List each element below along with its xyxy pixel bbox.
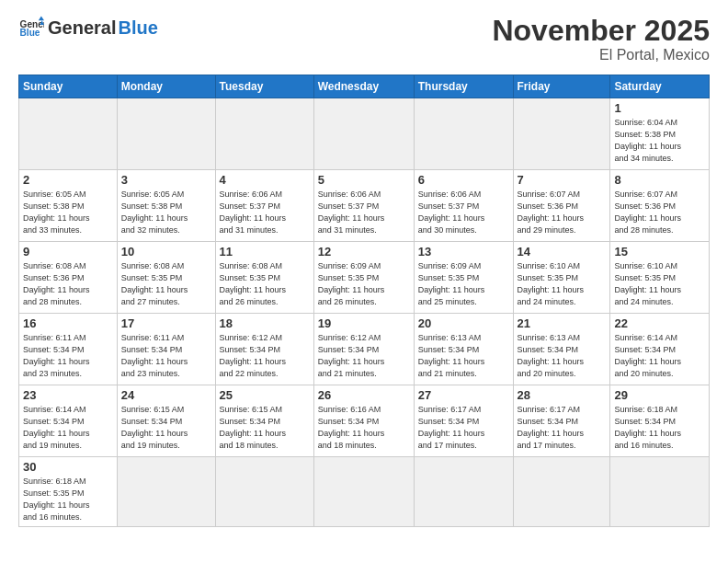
calendar-cell: 1Sunrise: 6:04 AM Sunset: 5:38 PM Daylig… — [610, 98, 710, 170]
calendar-cell: 2Sunrise: 6:05 AM Sunset: 5:38 PM Daylig… — [19, 170, 118, 242]
day-info: Sunrise: 6:09 AM Sunset: 5:35 PM Dayligh… — [318, 260, 410, 308]
day-info: Sunrise: 6:11 AM Sunset: 5:34 PM Dayligh… — [23, 332, 113, 380]
day-number: 11 — [220, 245, 310, 259]
calendar-cell: 24Sunrise: 6:15 AM Sunset: 5:34 PM Dayli… — [117, 385, 215, 457]
day-info: Sunrise: 6:17 AM Sunset: 5:34 PM Dayligh… — [518, 404, 607, 452]
day-number: 6 — [418, 173, 509, 187]
calendar-page: General Blue General Blue November 2025 … — [0, 0, 728, 563]
day-number: 4 — [220, 173, 310, 187]
day-number: 16 — [23, 316, 113, 330]
day-number: 14 — [518, 245, 607, 259]
calendar-cell: 23Sunrise: 6:14 AM Sunset: 5:34 PM Dayli… — [19, 385, 118, 457]
day-number: 17 — [121, 316, 211, 330]
calendar-cell — [313, 98, 414, 170]
calendar-cell: 8Sunrise: 6:07 AM Sunset: 5:36 PM Daylig… — [610, 170, 710, 242]
title-block: November 2025 El Portal, Mexico — [492, 15, 710, 63]
logo-icon: General Blue — [18, 15, 44, 40]
day-number: 5 — [318, 173, 410, 187]
day-info: Sunrise: 6:15 AM Sunset: 5:34 PM Dayligh… — [220, 404, 310, 452]
header: General Blue General Blue November 2025 … — [18, 15, 710, 63]
calendar-cell: 22Sunrise: 6:14 AM Sunset: 5:34 PM Dayli… — [610, 314, 710, 385]
calendar-cell — [513, 457, 610, 527]
day-info: Sunrise: 6:11 AM Sunset: 5:34 PM Dayligh… — [121, 332, 211, 380]
day-number: 22 — [614, 316, 705, 330]
day-info: Sunrise: 6:10 AM Sunset: 5:35 PM Dayligh… — [614, 260, 705, 308]
header-wednesday: Wednesday — [313, 75, 414, 98]
day-number: 2 — [23, 173, 113, 187]
day-number: 7 — [518, 173, 607, 187]
day-info: Sunrise: 6:05 AM Sunset: 5:38 PM Dayligh… — [121, 189, 211, 236]
day-number: 8 — [614, 173, 705, 187]
calendar-cell: 7Sunrise: 6:07 AM Sunset: 5:36 PM Daylig… — [513, 170, 610, 242]
day-info: Sunrise: 6:05 AM Sunset: 5:38 PM Dayligh… — [23, 189, 113, 236]
calendar-cell: 17Sunrise: 6:11 AM Sunset: 5:34 PM Dayli… — [117, 314, 215, 385]
day-info: Sunrise: 6:17 AM Sunset: 5:34 PM Dayligh… — [418, 404, 509, 452]
day-info: Sunrise: 6:18 AM Sunset: 5:35 PM Dayligh… — [23, 476, 113, 523]
day-number: 12 — [318, 245, 410, 259]
calendar-cell — [313, 457, 414, 527]
calendar-cell — [215, 457, 313, 527]
header-sunday: Sunday — [19, 75, 118, 98]
calendar-cell: 10Sunrise: 6:08 AM Sunset: 5:35 PM Dayli… — [117, 242, 215, 314]
day-number: 13 — [418, 245, 509, 259]
header-saturday: Saturday — [610, 75, 710, 98]
calendar-cell — [414, 457, 513, 527]
day-info: Sunrise: 6:04 AM Sunset: 5:38 PM Dayligh… — [614, 117, 705, 165]
calendar-cell: 13Sunrise: 6:09 AM Sunset: 5:35 PM Dayli… — [414, 242, 513, 314]
day-info: Sunrise: 6:13 AM Sunset: 5:34 PM Dayligh… — [418, 332, 509, 380]
calendar-cell — [117, 457, 215, 527]
calendar-cell: 30Sunrise: 6:18 AM Sunset: 5:35 PM Dayli… — [19, 457, 118, 527]
day-number: 30 — [23, 460, 113, 474]
day-number: 19 — [318, 316, 410, 330]
day-number: 10 — [121, 245, 211, 259]
logo-blue: Blue — [118, 17, 157, 39]
calendar-cell — [414, 98, 513, 170]
calendar-cell: 28Sunrise: 6:17 AM Sunset: 5:34 PM Dayli… — [513, 385, 610, 457]
logo: General Blue General Blue — [18, 15, 158, 40]
logo-general: General — [48, 17, 116, 39]
day-info: Sunrise: 6:06 AM Sunset: 5:37 PM Dayligh… — [220, 189, 310, 236]
header-friday: Friday — [513, 75, 610, 98]
calendar-cell: 29Sunrise: 6:18 AM Sunset: 5:34 PM Dayli… — [610, 385, 710, 457]
day-info: Sunrise: 6:07 AM Sunset: 5:36 PM Dayligh… — [614, 189, 705, 236]
day-info: Sunrise: 6:06 AM Sunset: 5:37 PM Dayligh… — [418, 189, 509, 236]
day-number: 1 — [614, 101, 705, 115]
day-info: Sunrise: 6:08 AM Sunset: 5:35 PM Dayligh… — [121, 260, 211, 308]
calendar-cell — [215, 98, 313, 170]
weekday-header-row: Sunday Monday Tuesday Wednesday Thursday… — [19, 75, 710, 98]
calendar-table: Sunday Monday Tuesday Wednesday Thursday… — [18, 75, 710, 527]
day-number: 25 — [220, 388, 310, 402]
day-info: Sunrise: 6:08 AM Sunset: 5:35 PM Dayligh… — [220, 260, 310, 308]
day-number: 23 — [23, 388, 113, 402]
calendar-cell: 25Sunrise: 6:15 AM Sunset: 5:34 PM Dayli… — [215, 385, 313, 457]
header-tuesday: Tuesday — [215, 75, 313, 98]
day-number: 18 — [220, 316, 310, 330]
day-number: 9 — [23, 245, 113, 259]
day-info: Sunrise: 6:18 AM Sunset: 5:34 PM Dayligh… — [614, 404, 705, 452]
day-info: Sunrise: 6:10 AM Sunset: 5:35 PM Dayligh… — [518, 260, 607, 308]
day-info: Sunrise: 6:08 AM Sunset: 5:36 PM Dayligh… — [23, 260, 113, 308]
day-info: Sunrise: 6:14 AM Sunset: 5:34 PM Dayligh… — [614, 332, 705, 380]
calendar-cell — [117, 98, 215, 170]
day-info: Sunrise: 6:13 AM Sunset: 5:34 PM Dayligh… — [518, 332, 607, 380]
calendar-cell: 11Sunrise: 6:08 AM Sunset: 5:35 PM Dayli… — [215, 242, 313, 314]
day-info: Sunrise: 6:12 AM Sunset: 5:34 PM Dayligh… — [318, 332, 410, 380]
day-info: Sunrise: 6:16 AM Sunset: 5:34 PM Dayligh… — [318, 404, 410, 452]
svg-text:Blue: Blue — [20, 28, 40, 38]
location-title: El Portal, Mexico — [492, 47, 710, 63]
day-number: 15 — [614, 245, 705, 259]
header-monday: Monday — [117, 75, 215, 98]
calendar-cell: 20Sunrise: 6:13 AM Sunset: 5:34 PM Dayli… — [414, 314, 513, 385]
calendar-cell: 16Sunrise: 6:11 AM Sunset: 5:34 PM Dayli… — [19, 314, 118, 385]
day-info: Sunrise: 6:14 AM Sunset: 5:34 PM Dayligh… — [23, 404, 113, 452]
day-info: Sunrise: 6:06 AM Sunset: 5:37 PM Dayligh… — [318, 189, 410, 236]
calendar-cell — [513, 98, 610, 170]
day-info: Sunrise: 6:09 AM Sunset: 5:35 PM Dayligh… — [418, 260, 509, 308]
day-info: Sunrise: 6:12 AM Sunset: 5:34 PM Dayligh… — [220, 332, 310, 380]
calendar-cell: 5Sunrise: 6:06 AM Sunset: 5:37 PM Daylig… — [313, 170, 414, 242]
day-number: 21 — [518, 316, 607, 330]
day-number: 29 — [614, 388, 705, 402]
calendar-cell: 19Sunrise: 6:12 AM Sunset: 5:34 PM Dayli… — [313, 314, 414, 385]
calendar-cell: 9Sunrise: 6:08 AM Sunset: 5:36 PM Daylig… — [19, 242, 118, 314]
calendar-cell: 15Sunrise: 6:10 AM Sunset: 5:35 PM Dayli… — [610, 242, 710, 314]
